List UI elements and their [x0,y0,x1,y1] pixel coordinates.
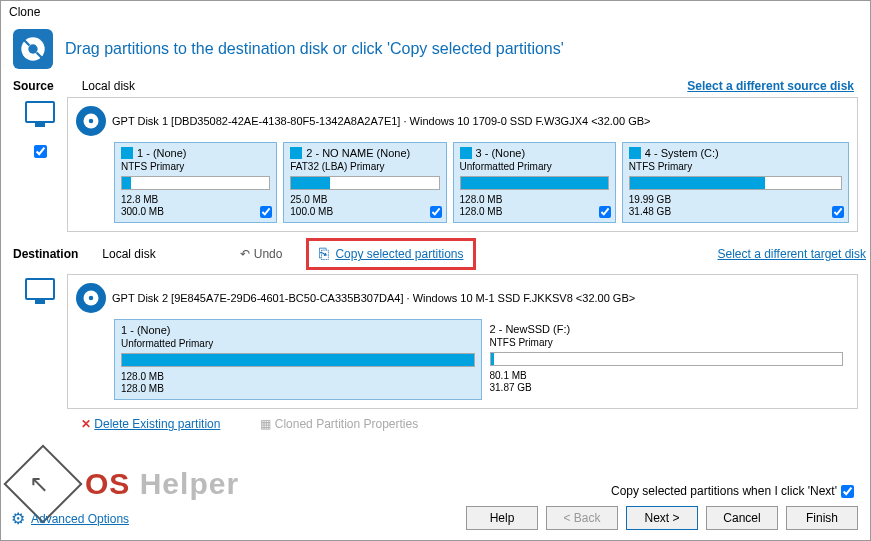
source-disk-checkbox[interactable] [34,145,47,158]
part-fs: FAT32 (LBA) Primary [290,161,439,172]
cloned-properties-link[interactable]: ▦ Cloned Partition Properties [260,417,418,431]
advanced-options-link[interactable]: Advanced Options [31,512,129,526]
undo-label: Undo [254,247,283,261]
destination-location: Local disk [102,247,155,261]
usage-bar [490,352,844,366]
usage-bar [121,353,475,367]
delete-partition-link[interactable]: ✕ Delete Existing partition [81,417,220,431]
part-stats: 80.1 MB31.87 GB [490,370,844,394]
destination-partition-1[interactable]: 1 - (None) Unformatted Primary 128.0 MB1… [114,319,482,400]
part-name: 1 - (None) [137,147,187,159]
usage-bar [121,176,270,190]
usage-bar [290,176,439,190]
header-instruction: Drag partitions to the destination disk … [65,40,564,58]
usage-bar [460,176,609,190]
copy-on-next-row: Copy selected partitions when I click 'N… [611,484,854,498]
windows-icon [290,147,302,159]
destination-partition-2[interactable]: 2 - NewSSD (F:) NTFS Primary 80.1 MB31.8… [484,319,850,400]
partition-checkbox[interactable] [832,206,844,218]
partition-checkbox[interactable] [260,206,272,218]
source-row: GPT Disk 1 [DBD35082-42AE-4138-80F5-1342… [1,97,870,232]
source-partition-2[interactable]: 2 - NO NAME (None) FAT32 (LBA) Primary 2… [283,142,446,223]
clone-icon [13,29,53,69]
properties-icon: ▦ [260,417,271,431]
x-icon: ✕ [81,417,91,431]
undo-button[interactable]: ↶ Undo [240,247,283,261]
part-name: 4 - System (C:) [645,147,719,159]
window-title: Clone [1,1,870,23]
part-name: 2 - NewSSD (F:) [490,323,844,335]
advanced-options-row: ⚙ Advanced Options [11,509,129,528]
copy-selected-link[interactable]: Copy selected partitions [335,247,463,261]
part-name: 3 - (None) [476,147,526,159]
logo-overlay: ↖ OS Helper [15,456,239,512]
destination-disk-panel: GPT Disk 2 [9E845A7E-29D6-4601-BC50-CA33… [67,274,858,409]
part-fs: Unformatted Primary [460,161,609,172]
bottom-bar: Help < Back Next > Cancel Finish [13,506,858,530]
undo-icon: ↶ [240,247,250,261]
button-row: Help < Back Next > Cancel Finish [466,506,858,530]
monitor-icon [25,278,55,300]
next-button[interactable]: Next > [626,506,698,530]
svg-point-4 [89,296,94,301]
destination-label: Destination [13,247,78,261]
part-name: 2 - NO NAME (None) [306,147,410,159]
part-name: 1 - (None) [121,324,475,336]
copy-on-next-label: Copy selected partitions when I click 'N… [611,484,837,498]
windows-icon [121,147,133,159]
part-fs: Unformatted Primary [121,338,475,349]
part-fs: NTFS Primary [490,337,844,348]
part-fs: NTFS Primary [121,161,270,172]
usage-bar [629,176,842,190]
source-label: Source [13,79,54,93]
copy-on-next-checkbox[interactable] [841,485,854,498]
copy-icon: ⎘ [319,245,329,263]
svg-point-2 [89,119,94,124]
monitor-icon [25,101,55,123]
back-button[interactable]: < Back [546,506,618,530]
disk-icon [76,106,106,136]
source-partitions: 1 - (None) NTFS Primary 12.8 MB300.0 MB … [76,142,849,223]
sliders-icon: ⚙ [11,509,25,528]
part-stats: 12.8 MB300.0 MB [121,194,270,218]
help-button[interactable]: Help [466,506,538,530]
select-source-link[interactable]: Select a different source disk [687,79,854,93]
finish-button[interactable]: Finish [786,506,858,530]
destination-row: GPT Disk 2 [9E845A7E-29D6-4601-BC50-CA33… [1,274,870,409]
destination-controls: Destination Local disk ↶ Undo ⎘ Copy sel… [1,232,870,274]
source-label-row: Source Local disk Select a different sou… [1,75,870,97]
header: Drag partitions to the destination disk … [1,23,870,75]
partition-actions: ✕ Delete Existing partition ▦ Cloned Par… [1,409,870,439]
part-stats: 128.0 MB128.0 MB [460,194,609,218]
partition-checkbox[interactable] [599,206,611,218]
destination-side [13,274,67,300]
destination-disk-title: GPT Disk 2 [9E845A7E-29D6-4601-BC50-CA33… [112,292,635,304]
destination-partitions: 1 - (None) Unformatted Primary 128.0 MB1… [76,319,849,400]
part-fs: NTFS Primary [629,161,842,172]
source-disk-panel: GPT Disk 1 [DBD35082-42AE-4138-80F5-1342… [67,97,858,232]
disk-icon [76,283,106,313]
destination-disk-header: GPT Disk 2 [9E845A7E-29D6-4601-BC50-CA33… [76,283,849,313]
arrow-icon: ↖ [29,470,57,498]
copy-selected-highlight: ⎘ Copy selected partitions [306,238,476,270]
cancel-button[interactable]: Cancel [706,506,778,530]
partition-checkbox[interactable] [430,206,442,218]
source-side [13,97,67,158]
source-partition-4[interactable]: 4 - System (C:) NTFS Primary 19.99 GB31.… [622,142,849,223]
source-partition-1[interactable]: 1 - (None) NTFS Primary 12.8 MB300.0 MB [114,142,277,223]
part-stats: 25.0 MB100.0 MB [290,194,439,218]
part-stats: 19.99 GB31.48 GB [629,194,842,218]
source-partition-3[interactable]: 3 - (None) Unformatted Primary 128.0 MB1… [453,142,616,223]
source-disk-header: GPT Disk 1 [DBD35082-42AE-4138-80F5-1342… [76,106,849,136]
windows-icon [629,147,641,159]
source-location: Local disk [82,79,135,93]
source-disk-title: GPT Disk 1 [DBD35082-42AE-4138-80F5-1342… [112,115,650,127]
logo-text: OS Helper [85,467,239,501]
part-stats: 128.0 MB128.0 MB [121,371,475,395]
windows-icon [460,147,472,159]
select-target-link[interactable]: Select a different target disk [717,247,866,261]
